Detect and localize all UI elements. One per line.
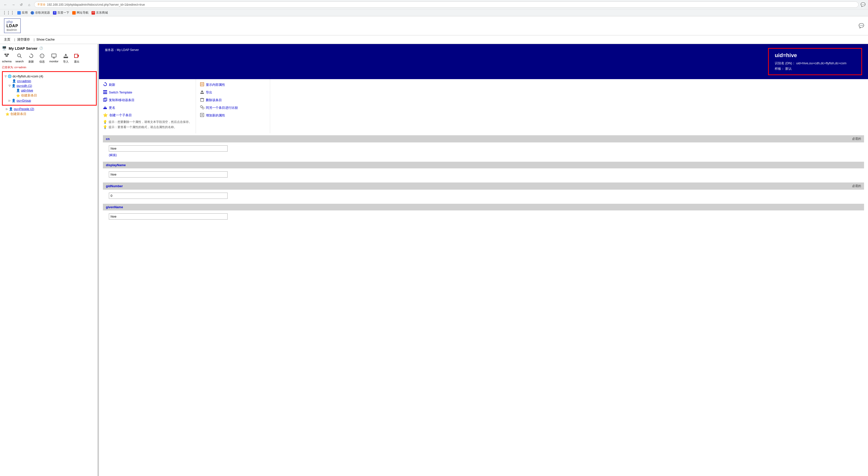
- bookmark-baidu-icon: 百: [53, 11, 56, 14]
- back-button[interactable]: ←: [2, 2, 8, 8]
- app-nav: 主页 | 清空缓存 | Show Cache: [0, 35, 868, 44]
- field-label-givenname[interactable]: givenName: [106, 205, 123, 209]
- tree-toggle-people: ▷: [6, 107, 8, 110]
- field-label-displayname[interactable]: displayName: [106, 163, 126, 167]
- action-add-attribute[interactable]: 增加新的属性: [200, 113, 266, 118]
- field-input-displayname[interactable]: [109, 171, 227, 178]
- nav-sep-1: |: [14, 38, 15, 41]
- sidebar-info[interactable]: i 信息: [39, 53, 45, 64]
- browser-toolbar: ← → ↺ ⌂ 不安全 192.168.100.14/phpldapadmin/…: [0, 0, 868, 9]
- sidebar: 🖥️ My LDAP Server 🕐 schema search: [0, 44, 99, 476]
- action-export-label: 导出: [206, 90, 212, 95]
- tree-item-uid-hive[interactable]: 👤 uid=hive: [5, 88, 94, 93]
- svg-text:i: i: [41, 54, 42, 58]
- chat-icon: 💬: [861, 2, 866, 7]
- action-copy-move[interactable]: 复制和移动该条目: [103, 97, 192, 103]
- tree-item-ou-group[interactable]: ▷ 👤 ou=Group: [5, 98, 94, 103]
- sidebar-schema[interactable]: schema: [2, 53, 12, 64]
- tree-item-cn-admin[interactable]: 👤 cn=admin: [5, 78, 94, 83]
- bookmark-jd-icon: JD: [92, 11, 95, 14]
- field-header-gidnumber: gidNumber 必需的: [103, 183, 864, 190]
- action-refresh-label: 刷新: [109, 83, 115, 87]
- svg-point-37: [202, 107, 204, 109]
- sidebar-refresh[interactable]: 刷新: [28, 53, 35, 64]
- action-refresh[interactable]: 刷新: [103, 82, 192, 87]
- field-row-displayname: displayName: [103, 162, 864, 179]
- logout-label: 退出: [74, 60, 80, 64]
- template-label: 样板：: [775, 67, 784, 70]
- field-input-givenname[interactable]: [109, 213, 227, 220]
- tree-item-root[interactable]: ▽ 🌐 dc=flyfish,dc=com (4): [5, 74, 94, 78]
- tree-item-ou-cdh[interactable]: ▽ 👤 ou=cdh (1): [5, 83, 94, 88]
- right-actions-panel: 显示内部属性 导出 删除该条目: [196, 79, 270, 133]
- action-create-child[interactable]: ⭐ 创建一个子条目: [103, 113, 192, 118]
- svg-rect-30: [200, 93, 204, 94]
- action-delete[interactable]: 删除该条目: [200, 97, 266, 103]
- action-rename[interactable]: A 更名: [103, 105, 192, 110]
- hint-2-text: 提示：要查看一个属性的格式，请点击属性的名称。: [108, 125, 177, 129]
- hint-1: 💡 提示：想要删除一个属性，请将文本字段清空，然后点击保存。: [103, 120, 192, 124]
- action-switch-template[interactable]: Switch Template: [103, 90, 192, 95]
- bookmark-jd[interactable]: JD 京东商城: [92, 11, 108, 15]
- url-text: 192.168.100.14/phpldapadmin/htdocs/cmd.p…: [47, 3, 145, 6]
- bookmark-nav-label: 网址导航: [77, 11, 89, 15]
- tree-item-create-new-1[interactable]: ⭐ 创建新条目: [5, 93, 94, 98]
- bookmark-baidu-label: 百度一下: [57, 11, 69, 15]
- sidebar-monitor[interactable]: monitor: [50, 53, 59, 64]
- svg-rect-10: [52, 54, 56, 57]
- header-right: 💬: [859, 23, 864, 28]
- nav-clear-cache[interactable]: 清空缓存: [17, 38, 30, 41]
- tree-label-create-new-1: 创建新条目: [21, 93, 37, 98]
- person-icon-hive: 👤: [16, 89, 20, 92]
- nav-sep-2: |: [34, 38, 34, 41]
- clock-icon: 🕐: [39, 46, 43, 50]
- compare-icon: [200, 105, 204, 110]
- field-assign-cn[interactable]: (赋值): [103, 153, 864, 158]
- field-input-gidnumber[interactable]: [109, 193, 227, 199]
- bookmark-nav[interactable]: 网址导航: [72, 11, 89, 15]
- bookmark-google[interactable]: G 谷歌浏览器: [31, 11, 50, 15]
- forward-button[interactable]: →: [10, 2, 16, 8]
- server-label: 服务器：My LDAP Server: [105, 48, 139, 52]
- tree-item-create-new-2[interactable]: ⭐ 创建新条目: [2, 111, 97, 117]
- nav-show-cache[interactable]: Show Cache: [36, 38, 55, 41]
- entry-title: uid=hive: [775, 52, 856, 59]
- action-show-internal[interactable]: 显示内部属性: [200, 82, 266, 87]
- field-input-cn[interactable]: [109, 146, 227, 152]
- action-rename-label: 更名: [109, 105, 115, 110]
- field-header-cn: cn 必需的: [103, 135, 864, 142]
- sidebar-export[interactable]: 导入: [62, 53, 69, 64]
- sidebar-resize-handle[interactable]: [97, 44, 99, 476]
- field-required-cn: 必需的: [852, 137, 861, 141]
- field-input-row-cn: [103, 145, 864, 153]
- svg-rect-19: [103, 90, 107, 91]
- refresh-action-icon: [103, 82, 107, 87]
- field-header-displayname: displayName: [103, 162, 864, 168]
- url-bar[interactable]: 不安全 192.168.100.14/phpldapadmin/htdocs/c…: [34, 1, 859, 8]
- reload-button[interactable]: ↺: [18, 2, 24, 8]
- field-label-cn[interactable]: cn: [106, 137, 110, 141]
- svg-point-36: [200, 105, 203, 107]
- content-area: 服务器：My LDAP Server uid=hive 识别名 (DN)： ui…: [99, 44, 868, 476]
- monitor-label: monitor: [50, 60, 59, 63]
- search-icon: [16, 53, 23, 59]
- hint-2: 💡 提示：要查看一个属性的格式，请点击属性的名称。: [103, 125, 192, 129]
- create-child-icon: ⭐: [103, 113, 108, 118]
- home-button[interactable]: ⌂: [26, 2, 32, 8]
- sidebar-logout[interactable]: 退出: [73, 53, 80, 64]
- dn-info: 识别名 (DN)： uid=hive,ou=cdh,dc=flyfish,dc=…: [775, 61, 856, 66]
- action-compare[interactable]: 同另一个条目进行比较: [200, 105, 266, 110]
- sidebar-search[interactable]: search: [16, 53, 24, 64]
- tree-item-ou-people[interactable]: ▷ 👤 ou=People (2): [2, 106, 97, 111]
- bookmark-google-label: 谷歌浏览器: [35, 11, 50, 15]
- nav-home[interactable]: 主页: [4, 38, 10, 41]
- field-row-givenname: givenName: [103, 204, 864, 221]
- action-export[interactable]: 导出: [200, 90, 266, 95]
- info-icon: i: [39, 53, 45, 59]
- browser-chrome: ← → ↺ ⌂ 不安全 192.168.100.14/phpldapadmin/…: [0, 0, 868, 16]
- bookmark-google-icon: G: [31, 11, 34, 14]
- sidebar-tree-container: ▽ 🌐 dc=flyfish,dc=com (4) 👤 cn=admin ▽ 👤…: [2, 71, 97, 105]
- field-label-gidnumber[interactable]: gidNumber: [106, 184, 123, 188]
- bookmark-baidu[interactable]: 百 百度一下: [53, 11, 69, 15]
- bookmark-apps[interactable]: 应用: [17, 11, 28, 15]
